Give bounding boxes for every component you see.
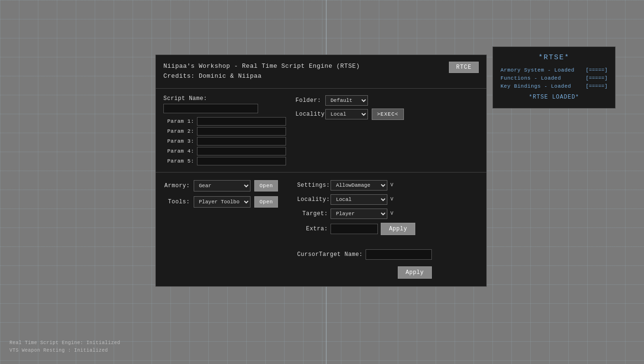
param-row-4: Param 4: (163, 147, 286, 155)
settings-locality-row: Locality: Local V (297, 194, 432, 205)
extra-row: Extra: Apply (297, 223, 432, 235)
folder-label: Folder: (295, 97, 322, 104)
param-row-2: Param 2: (163, 127, 286, 136)
script-section: Script Name: Param 1: Param 2: Param 3: (156, 89, 486, 173)
tools-row: Tools: Player Toolbox Open (163, 196, 278, 208)
rtse-loaded-text: *RTSE LOADED* (501, 94, 608, 100)
locality-v: V (390, 197, 394, 202)
param5-input[interactable] (197, 157, 286, 165)
script-name-label: Script Name: (163, 95, 286, 102)
rtse-item-1-status: [=====] (586, 67, 608, 73)
target-row: Target: Player V (297, 209, 432, 219)
tools-label: Tools: (163, 199, 190, 205)
extra-input[interactable] (331, 224, 378, 234)
cursor-target-label: CursorTarget Name: (297, 251, 363, 258)
locality-row: Locality: Local >EXEC< (295, 109, 404, 120)
armory-left: Armory: Gear Open Tools: Player Toolbox … (163, 180, 278, 279)
locality-label: Locality: (295, 111, 322, 118)
armory-main: Armory: Gear Open Tools: Player Toolbox … (163, 180, 479, 279)
rtce-button[interactable]: RTCE (449, 62, 479, 73)
rtse-panel-row-3: Key Bindings - Loaded [=====] (501, 83, 608, 89)
apply2-button[interactable]: Apply (398, 266, 432, 279)
rtse-item-3-label: Key Bindings - Loaded (501, 83, 571, 89)
rtse-panel-row-1: Armory System - Loaded [=====] (501, 67, 608, 73)
param4-label: Param 4: (163, 148, 194, 154)
rtse-panel: *RTSE* Armory System - Loaded [=====] Fu… (492, 46, 616, 109)
cursor-apply-row: Apply (297, 266, 432, 279)
param-grid: Param 1: Param 2: Param 3: Param 4: (163, 117, 286, 165)
param-row-5: Param 5: (163, 157, 286, 165)
param-row-3: Param 3: (163, 137, 286, 146)
armory-row: Armory: Gear Open (163, 180, 278, 191)
rtse-panel-title: *RTSE* (501, 54, 608, 62)
param4-input[interactable] (197, 147, 286, 155)
settings-locality-select[interactable]: Local (331, 194, 387, 205)
settings-row: Settings: AllowDamage V (297, 180, 432, 191)
armory-label: Armory: (163, 182, 190, 189)
param2-label: Param 2: (163, 128, 194, 134)
rtse-item-2-label: Functions - Loaded (501, 75, 561, 81)
target-select[interactable]: Player (331, 209, 387, 219)
param2-input[interactable] (197, 127, 286, 136)
title-line1: Niipaa's Workshop - Real Time Script Eng… (163, 62, 360, 72)
param-row-1: Param 1: (163, 117, 286, 126)
dialog-header: Niipaa's Workshop - Real Time Script Eng… (156, 55, 486, 89)
settings-label: Settings: (297, 182, 328, 189)
target-label: Target: (297, 210, 328, 217)
armory-open-button[interactable]: Open (254, 180, 278, 191)
armory-section: Armory: Gear Open Tools: Player Toolbox … (156, 173, 486, 286)
script-name-col: Script Name: Param 1: Param 2: Param 3: (163, 95, 286, 165)
status-bar: Real Time Script Engine: Initialized VTS… (9, 339, 120, 355)
tools-open-button[interactable]: Open (254, 196, 278, 208)
exec-button[interactable]: >EXEC< (372, 109, 404, 120)
folder-locality-col: Folder: Default Locality: Local >EXEC< (295, 95, 404, 120)
param5-label: Param 5: (163, 158, 194, 164)
status-line-2: VTS Weapon Resting : Initialized (9, 347, 120, 355)
settings-locality-label: Locality: (297, 196, 328, 203)
title-line2: Credits: Dominic & Niipaa (163, 72, 360, 82)
tools-select[interactable]: Player Toolbox (194, 196, 250, 208)
target-v: V (390, 211, 394, 216)
script-name-input[interactable] (163, 104, 258, 113)
rtse-dialog: Niipaa's Workshop - Real Time Script Eng… (155, 55, 487, 287)
rtse-item-1-label: Armory System - Loaded (501, 67, 574, 73)
rtse-panel-row-2: Functions - Loaded [=====] (501, 75, 608, 81)
param3-input[interactable] (197, 137, 286, 146)
cursor-target-input[interactable] (366, 249, 432, 260)
rtse-item-3-status: [=====] (586, 83, 608, 89)
status-line-1: Real Time Script Engine: Initialized (9, 339, 120, 347)
param1-label: Param 1: (163, 118, 194, 124)
param1-input[interactable] (197, 117, 286, 126)
dialog-title: Niipaa's Workshop - Real Time Script Eng… (163, 62, 360, 82)
param3-label: Param 3: (163, 138, 194, 144)
cursor-row: CursorTarget Name: (297, 249, 432, 260)
apply1-button[interactable]: Apply (381, 223, 415, 235)
folder-dropdown-wrap: Default (325, 95, 368, 106)
extra-label: Extra: (297, 226, 328, 232)
folder-select[interactable]: Default (325, 95, 368, 106)
folder-row: Folder: Default (295, 95, 404, 106)
settings-v: V (390, 182, 394, 188)
armory-select[interactable]: Gear (194, 180, 250, 191)
locality-dropdown-wrap: Local (325, 109, 368, 119)
locality-select[interactable]: Local (325, 109, 368, 119)
settings-select[interactable]: AllowDamage (331, 180, 387, 191)
rtse-item-2-status: [=====] (586, 75, 608, 81)
settings-col: Settings: AllowDamage V Locality: Local … (297, 180, 432, 279)
